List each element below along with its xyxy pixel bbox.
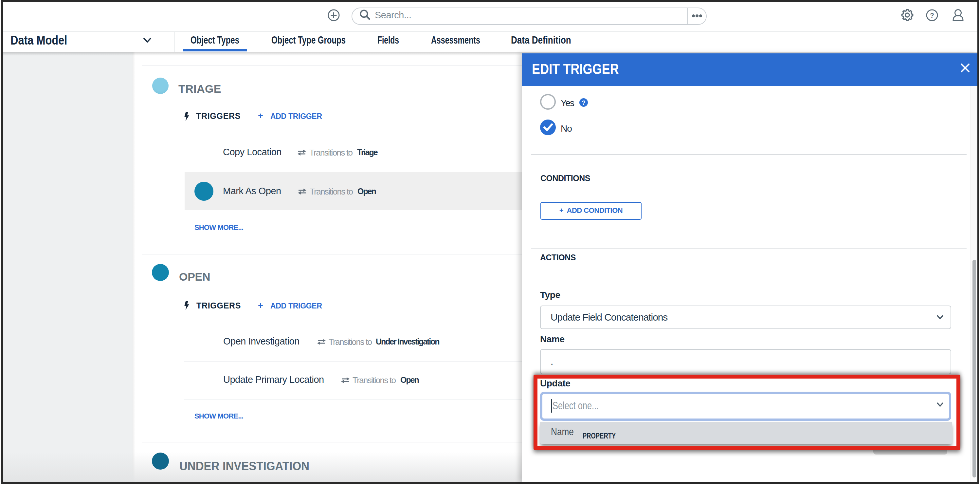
svg-text:?: ? <box>930 11 934 19</box>
